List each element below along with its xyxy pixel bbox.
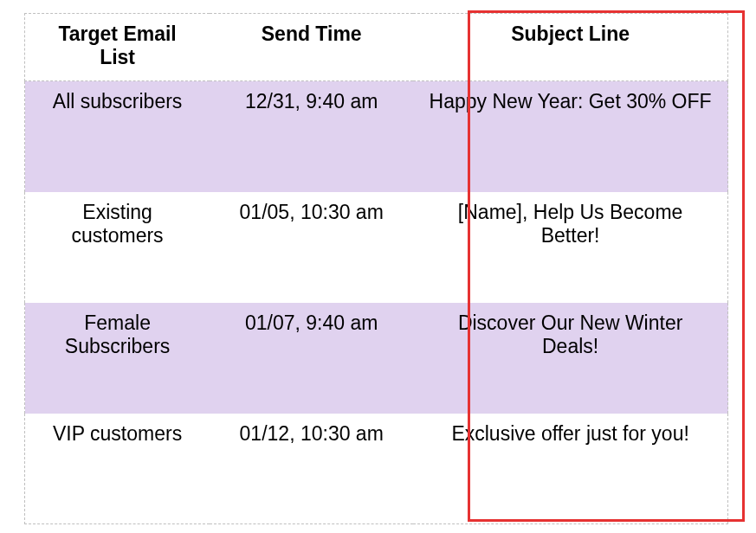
- table-row: Female Subscribers 01/07, 9:40 am Discov…: [25, 303, 728, 414]
- cell-send-time: 01/05, 10:30 am: [210, 192, 413, 303]
- cell-target: VIP customers: [25, 414, 210, 524]
- cell-subject: Exclusive offer just for you!: [413, 414, 727, 524]
- email-schedule-table: Target Email List Send Time Subject Line…: [24, 13, 728, 524]
- table-body: All subscribers 12/31, 9:40 am Happy New…: [25, 81, 728, 524]
- header-target-list: Target Email List: [25, 14, 210, 81]
- table-header-row: Target Email List Send Time Subject Line: [25, 14, 728, 81]
- cell-target: All subscribers: [25, 81, 210, 192]
- email-schedule-table-container: Target Email List Send Time Subject Line…: [24, 13, 728, 524]
- cell-target: Female Subscribers: [25, 303, 210, 414]
- header-send-time: Send Time: [210, 14, 413, 81]
- cell-subject: [Name], Help Us Become Better!: [413, 192, 727, 303]
- cell-send-time: 01/07, 9:40 am: [210, 303, 413, 414]
- table-row: All subscribers 12/31, 9:40 am Happy New…: [25, 81, 728, 192]
- table-row: VIP customers 01/12, 10:30 am Exclusive …: [25, 414, 728, 524]
- cell-subject: Discover Our New Winter Deals!: [413, 303, 727, 414]
- cell-target: Existing customers: [25, 192, 210, 303]
- header-subject-line: Subject Line: [413, 14, 727, 81]
- cell-subject: Happy New Year: Get 30% OFF: [413, 81, 727, 192]
- cell-send-time: 12/31, 9:40 am: [210, 81, 413, 192]
- table-row: Existing customers 01/05, 10:30 am [Name…: [25, 192, 728, 303]
- cell-send-time: 01/12, 10:30 am: [210, 414, 413, 524]
